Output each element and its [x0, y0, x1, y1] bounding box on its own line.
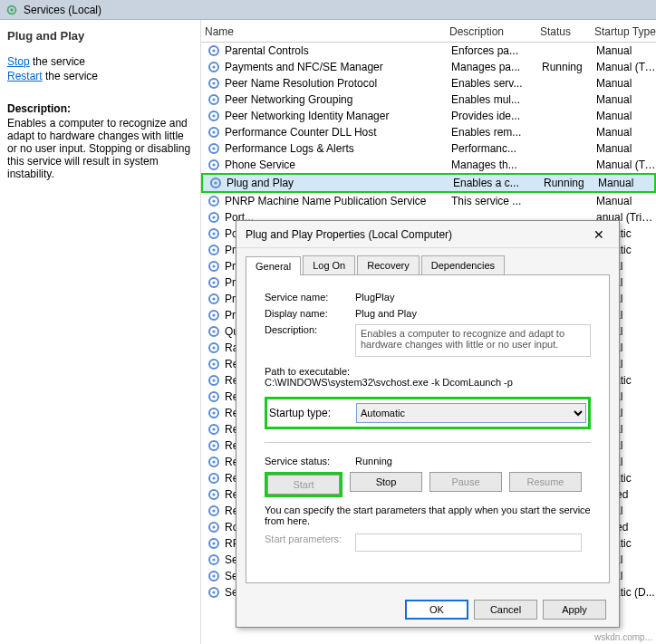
- service-desc: Manages th...: [451, 159, 542, 171]
- cancel-button[interactable]: Cancel: [474, 600, 537, 620]
- service-desc: Manages pa...: [451, 61, 542, 73]
- ok-button[interactable]: OK: [405, 600, 468, 620]
- startup-type-select[interactable]: Automatic: [356, 403, 586, 423]
- service-type: Manual: [596, 77, 656, 90]
- svg-point-49: [212, 428, 215, 430]
- service-status: Running: [542, 61, 596, 73]
- service-desc: Enforces pa...: [451, 44, 542, 57]
- start-highlight: Start: [265, 472, 342, 497]
- svg-point-65: [212, 558, 215, 561]
- svg-point-53: [212, 460, 215, 463]
- svg-point-51: [212, 444, 215, 447]
- footer-watermark: wskdn.comp...: [594, 632, 652, 642]
- svg-point-27: [212, 248, 215, 251]
- service-row[interactable]: Phone ServiceManages th...Manual (Trig..…: [201, 157, 656, 173]
- services-icon: [5, 4, 18, 16]
- service-row[interactable]: Payments and NFC/SE ManagerManages pa...…: [201, 59, 656, 75]
- svg-point-21: [212, 199, 215, 202]
- col-status[interactable]: Status: [540, 25, 594, 38]
- svg-point-19: [214, 181, 217, 184]
- svg-point-55: [212, 476, 215, 479]
- service-row[interactable]: Parental ControlsEnforces pa...Manual: [201, 43, 656, 59]
- service-row[interactable]: Performance Logs & AlertsPerformanc...Ma…: [201, 140, 656, 157]
- dialog-tabs: General Log On Recovery Dependencies: [246, 255, 610, 275]
- svg-point-41: [212, 362, 215, 365]
- left-panel: Plug and Play Stop the service Restart t…: [0, 20, 201, 644]
- svg-point-13: [212, 130, 215, 133]
- svg-point-9: [212, 98, 215, 101]
- param-note: You can specify the start parameters tha…: [265, 505, 591, 526]
- start-button[interactable]: Start: [267, 475, 340, 495]
- service-row[interactable]: Performance Counter DLL HostEnables rem.…: [201, 124, 656, 140]
- svg-point-5: [212, 65, 215, 68]
- tab-recovery[interactable]: Recovery: [357, 255, 419, 274]
- service-control-buttons: Start Stop Pause Resume: [265, 472, 591, 497]
- start-params-input[interactable]: [355, 533, 582, 552]
- svg-point-1: [10, 8, 14, 12]
- svg-point-39: [212, 346, 215, 349]
- apply-button[interactable]: Apply: [543, 600, 606, 620]
- service-row[interactable]: Plug and PlayEnables a c...RunningManual: [201, 173, 656, 193]
- service-desc: Provides ide...: [451, 110, 542, 122]
- service-status-value: Running: [355, 456, 591, 466]
- display-name-label: Display name:: [265, 308, 355, 319]
- svg-point-35: [212, 313, 215, 316]
- service-name: Peer Networking Identity Manager: [225, 110, 451, 122]
- service-row[interactable]: Peer Name Resolution ProtocolEnables ser…: [201, 75, 656, 91]
- stop-button[interactable]: Stop: [350, 472, 422, 492]
- pause-button[interactable]: Pause: [429, 472, 502, 492]
- svg-point-3: [212, 49, 215, 52]
- service-desc: This service ...: [451, 195, 542, 207]
- service-desc: Performanc...: [451, 142, 542, 155]
- service-type: Manual: [598, 177, 654, 189]
- svg-point-43: [212, 379, 215, 381]
- svg-point-25: [212, 232, 215, 235]
- start-params-label: Start parameters:: [265, 533, 355, 552]
- col-name[interactable]: Name: [205, 25, 449, 38]
- service-row[interactable]: Peer Networking Identity ManagerProvides…: [201, 108, 656, 124]
- service-type: Manual (Trig...: [596, 61, 656, 73]
- path-value: C:\WINDOWS\system32\svchost.exe -k DcomL…: [265, 377, 591, 388]
- service-type: Manual: [596, 44, 656, 57]
- service-type: Manual (Trig...: [596, 159, 656, 171]
- svg-point-17: [212, 163, 215, 166]
- display-name-value: Plug and Play: [355, 308, 591, 319]
- tab-logon[interactable]: Log On: [303, 255, 355, 274]
- service-row[interactable]: Peer Networking GroupingEnables mul...Ma…: [201, 91, 656, 108]
- tab-general[interactable]: General: [246, 256, 301, 275]
- service-row[interactable]: PNRP Machine Name Publication ServiceThi…: [201, 193, 656, 209]
- description-label: Description:: [265, 324, 355, 357]
- tab-dependencies[interactable]: Dependencies: [421, 255, 505, 274]
- stop-service-link[interactable]: Stop: [7, 55, 30, 68]
- svg-point-47: [212, 411, 215, 414]
- tab-body: Service name:PlugPlay Display name:Plug …: [246, 275, 610, 583]
- col-description[interactable]: Description: [449, 25, 540, 38]
- service-status: Running: [544, 177, 598, 189]
- service-name: Performance Logs & Alerts: [225, 142, 451, 155]
- svg-point-15: [212, 147, 215, 149]
- service-desc: Enables rem...: [451, 126, 542, 139]
- dialog-buttons: OK Cancel Apply: [405, 600, 606, 620]
- svg-point-37: [212, 330, 215, 332]
- svg-point-23: [212, 216, 215, 218]
- path-label: Path to executable:: [265, 366, 591, 377]
- svg-point-31: [212, 281, 215, 284]
- column-headers[interactable]: Name Description Status Startup Type: [201, 20, 656, 43]
- svg-point-7: [212, 82, 215, 84]
- svg-point-69: [212, 591, 215, 593]
- svg-point-29: [212, 264, 215, 267]
- resume-button[interactable]: Resume: [509, 472, 582, 492]
- close-icon[interactable]: ✕: [588, 226, 610, 244]
- desc-text: Enables a computer to recognize and adap…: [7, 117, 190, 180]
- service-name: Payments and NFC/SE Manager: [225, 61, 451, 73]
- startup-type-label: Startup type:: [269, 407, 356, 419]
- startup-type-highlight: Startup type: Automatic: [265, 397, 591, 429]
- restart-service-link[interactable]: Restart: [7, 70, 43, 82]
- description-box[interactable]: Enables a computer to recognize and adap…: [355, 324, 591, 357]
- service-desc: Enables mul...: [451, 93, 542, 106]
- service-status-label: Service status:: [265, 456, 355, 466]
- service-type: Manual: [596, 93, 656, 106]
- svg-point-61: [212, 525, 215, 528]
- col-startup-type[interactable]: Startup Type: [594, 25, 656, 38]
- service-name: PNRP Machine Name Publication Service: [225, 195, 451, 207]
